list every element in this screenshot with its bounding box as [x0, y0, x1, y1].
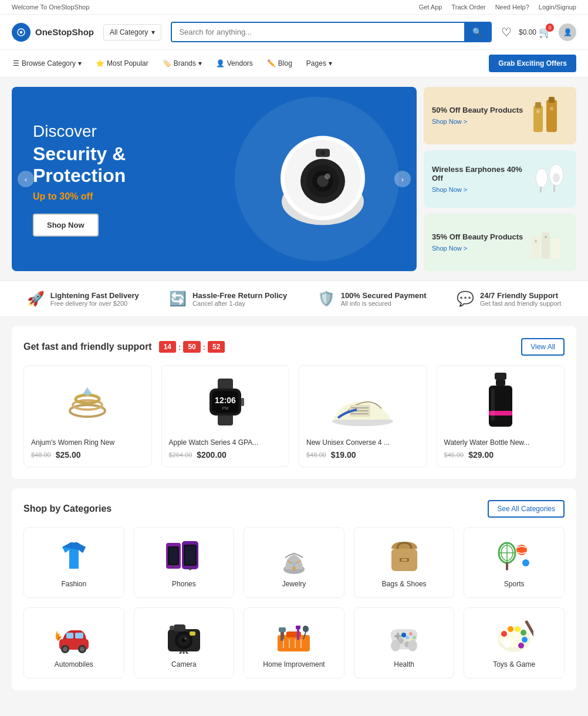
menu-icon: ☰: [13, 59, 19, 67]
cart-amount: $0.00: [519, 28, 536, 36]
category-name: Bags & Shoes: [382, 580, 427, 588]
nav-brands[interactable]: 🏷️ Brands ▾: [161, 57, 203, 70]
svg-point-119: [522, 637, 528, 643]
timer-secs: 52: [208, 341, 225, 353]
category-dropdown[interactable]: All Category ▾: [103, 24, 161, 40]
product-card[interactable]: Anjum's Women Ring New $48.00 $25.00: [23, 365, 152, 467]
feature-delivery: 🚀 Lightening Fast Delivery Free delivery…: [27, 291, 139, 307]
category-card-automobiles[interactable]: Automobiles: [23, 607, 124, 678]
category-image: [29, 537, 119, 575]
old-price: $48.00: [31, 451, 51, 458]
top-bar: Welcome To OneStopShop Get App Track Ord…: [0, 0, 588, 15]
product-price: $48.00 $25.00: [31, 450, 144, 460]
payment-title: 100% Secured Payment: [341, 291, 427, 300]
flash-deals-view-all[interactable]: View All: [521, 338, 565, 356]
product-card[interactable]: New Unisex Converse 4 ... $48.00 $19.00: [299, 365, 427, 467]
svg-point-16: [536, 110, 540, 113]
svg-point-17: [550, 107, 553, 110]
nav-browse-category[interactable]: ☰ Browse Category ▾: [12, 57, 83, 70]
svg-point-117: [515, 626, 521, 632]
category-name: Phones: [172, 580, 196, 588]
svg-point-20: [536, 168, 548, 187]
category-card-phones[interactable]: Phones: [134, 527, 235, 598]
category-image: [359, 617, 450, 655]
see-all-categories-button[interactable]: See All Categories: [488, 500, 565, 518]
product-price: $264.00 $200.00: [169, 450, 282, 460]
side-banner-1-link[interactable]: Shop Now >: [432, 118, 467, 125]
category-card-fashion[interactable]: Fashion: [23, 527, 124, 598]
nav-vendors[interactable]: 👤 Vendors: [215, 57, 254, 70]
side-banner-2-link[interactable]: Shop Now >: [432, 186, 467, 193]
search-button[interactable]: 🔍: [464, 23, 491, 41]
nav-most-popular[interactable]: ⭐ Most Popular: [94, 57, 150, 70]
svg-point-54: [172, 565, 174, 568]
product-card[interactable]: 12:06 PM Apple Watch Series 4 GPA... $26…: [161, 365, 290, 467]
feature-return: 🔄 Hassle-Free Return Policy Cancel after…: [169, 291, 287, 307]
svg-point-71: [522, 559, 529, 566]
category-card-toys-game[interactable]: Toys & Game: [464, 607, 565, 678]
timer-sep-1: :: [178, 343, 181, 352]
get-app-link[interactable]: Get App: [419, 4, 442, 11]
hero-shop-button[interactable]: Shop Now: [33, 214, 99, 237]
category-name: Health: [394, 660, 414, 668]
svg-point-27: [545, 236, 547, 238]
track-order-link[interactable]: Track Order: [451, 4, 485, 11]
svg-rect-46: [495, 373, 506, 380]
login-signup-link[interactable]: Login/Signup: [539, 4, 576, 11]
category-name: Sports: [504, 580, 525, 588]
cart-button[interactable]: $0.00 🛒 0: [519, 26, 552, 39]
timer-mins: 50: [183, 341, 200, 353]
wishlist-button[interactable]: ♡: [501, 25, 512, 39]
side-banner-2: Wireless Earphones 40% Off Shop Now >: [424, 150, 576, 208]
product-card[interactable]: Waterly Water Bottle New... $45.00 $29.0…: [437, 365, 565, 467]
category-card-sports[interactable]: Sports: [464, 527, 565, 598]
hero-prev-button[interactable]: ‹: [18, 171, 34, 187]
need-help-link[interactable]: Need Help?: [495, 4, 529, 11]
feature-payment: 🛡️ 100% Secured Payment All info is secu…: [317, 291, 427, 307]
delivery-desc: Free delivery for over $200: [50, 300, 139, 307]
hero-line2-3: Security & Protection: [33, 143, 126, 187]
products-grid: Anjum's Women Ring New $48.00 $25.00: [23, 365, 565, 467]
category-name: Jewelry: [282, 580, 306, 588]
svg-rect-15: [535, 102, 541, 108]
avatar[interactable]: 👤: [559, 23, 576, 41]
logo[interactable]: OneStopShop: [12, 23, 94, 42]
category-name: Automobiles: [55, 660, 93, 668]
hero-camera-image: [264, 120, 381, 239]
product-name: New Unisex Converse 4 ...: [306, 438, 420, 447]
grab-offers-button[interactable]: Grab Exciting Offers: [489, 55, 576, 72]
svg-point-74: [63, 647, 67, 651]
nav-browse-label: Browse Category: [22, 59, 76, 67]
product-price: $45.00 $29.00: [444, 450, 557, 460]
category-card-camera[interactable]: Camera: [134, 607, 235, 678]
svg-point-11: [320, 151, 325, 156]
side-banner-3-link[interactable]: Shop Now >: [432, 245, 467, 252]
nav-pages-label: Pages: [306, 59, 326, 67]
nav-blog[interactable]: ✏️ Blog: [266, 57, 293, 70]
side-banner-2-image: [529, 158, 568, 200]
hero-next-button[interactable]: ›: [394, 171, 411, 187]
nav-pages[interactable]: Pages ▾: [305, 57, 333, 70]
timer-hours: 14: [159, 341, 176, 353]
side-banner-1-image: [527, 95, 568, 136]
category-card-health[interactable]: Health: [354, 607, 455, 678]
welcome-text: Welcome To OneStopShop: [12, 4, 89, 11]
svg-point-85: [184, 637, 187, 640]
brand-icon: 🏷️: [163, 59, 171, 67]
old-price: $48.00: [306, 451, 326, 458]
hero-content: Discover Security & Protection Up to 30%…: [33, 122, 126, 237]
chevron-down-icon: ▾: [329, 59, 332, 67]
support-desc: Get fast and friendly support: [480, 300, 561, 307]
logo-icon: [12, 23, 31, 42]
svg-point-87: [170, 626, 174, 630]
search-input[interactable]: [172, 23, 464, 41]
side-banners: 50% Off Beauty Products Shop Now > Wirel…: [424, 87, 576, 271]
svg-rect-78: [75, 633, 83, 639]
svg-rect-80: [174, 624, 185, 631]
category-card-home-improvement[interactable]: Home Improvement: [244, 607, 344, 678]
payment-desc: All info is secured: [341, 300, 427, 307]
category-card-bags-shoes[interactable]: Bags & Shoes: [354, 527, 455, 598]
svg-point-1: [20, 31, 23, 33]
svg-rect-57: [185, 546, 195, 565]
category-card-jewelry[interactable]: Jewelry: [244, 527, 344, 598]
